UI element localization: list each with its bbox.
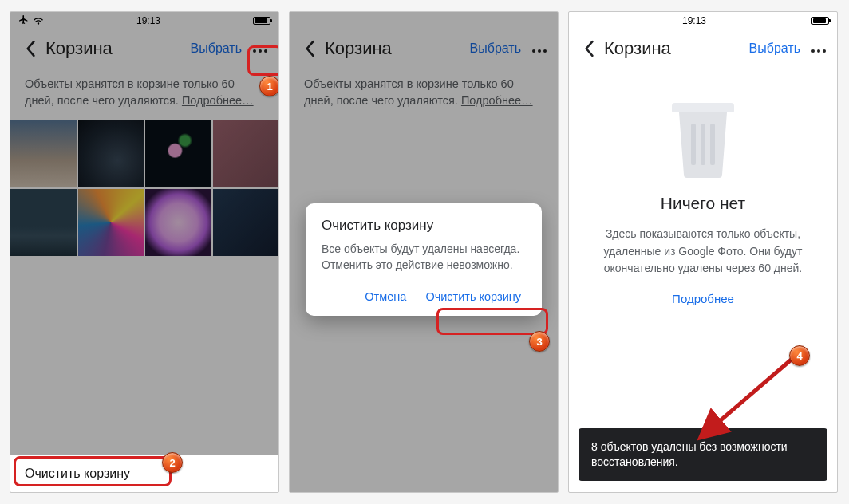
phone-1: 19:13 Корзина Выбрать Объекты хранятся в… xyxy=(10,11,279,493)
content-dim-layer: Корзина Выбрать Объекты хранятся в корзи… xyxy=(10,30,278,256)
empty-more-link[interactable]: Подробнее xyxy=(672,292,734,305)
dialog-title: Очистить корзину xyxy=(322,218,526,234)
page-title: Корзина xyxy=(604,38,744,59)
status-bar: 19:13 xyxy=(569,12,837,30)
highlight-box-confirm xyxy=(436,308,548,335)
trash-icon xyxy=(663,92,743,179)
cancel-button[interactable]: Отмена xyxy=(360,284,411,309)
back-button[interactable] xyxy=(579,38,599,59)
more-button[interactable] xyxy=(805,37,832,61)
dialog-actions: Отмена Очистить корзину xyxy=(322,284,526,309)
callout-badge: 3 xyxy=(529,331,550,352)
confirm-empty-button[interactable]: Очистить корзину xyxy=(421,284,526,309)
empty-state: Ничего нет Здесь показываются только объ… xyxy=(569,68,837,312)
empty-desc: Здесь показываются только объекты, удале… xyxy=(590,226,816,278)
phone-3: 19:13 Корзина Выбрать Ничего нет xyxy=(568,11,838,493)
highlight-box-more xyxy=(247,45,279,76)
nav-bar: Корзина Выбрать xyxy=(569,30,837,68)
empty-title: Ничего нет xyxy=(661,194,745,213)
confirm-dialog: Очистить корзину Все объекты будут удале… xyxy=(306,203,542,316)
status-time: 19:13 xyxy=(682,15,706,26)
battery-icon xyxy=(811,17,829,25)
callout-badge: 1 xyxy=(259,76,279,96)
callout-badge: 4 xyxy=(789,345,810,366)
svg-rect-1 xyxy=(701,124,705,165)
select-button[interactable]: Выбрать xyxy=(744,38,805,59)
annotation-arrow xyxy=(690,351,802,447)
callout-badge: 2 xyxy=(162,452,183,473)
overlay-dim xyxy=(10,12,278,492)
more-icon xyxy=(811,41,827,56)
phone-2: 19:13 Корзина Выбрать Объекты хранятся в… xyxy=(289,11,559,493)
highlight-box-sheet xyxy=(14,456,172,486)
dialog-body: Все объекты будут удалены навсегда. Отме… xyxy=(322,242,526,273)
svg-rect-0 xyxy=(691,124,696,165)
svg-rect-2 xyxy=(710,124,715,165)
